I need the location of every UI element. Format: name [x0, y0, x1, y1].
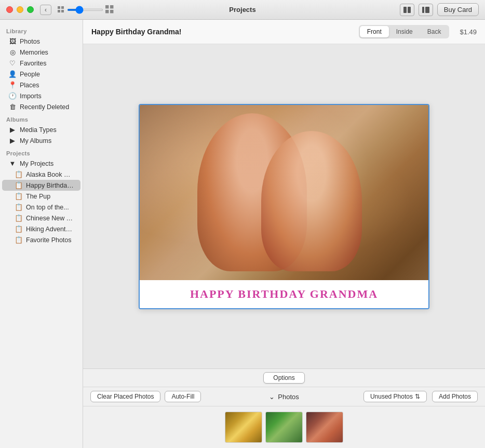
- photo-thumb-3[interactable]: [306, 412, 343, 443]
- unused-photos-button[interactable]: Unused Photos ⇅: [363, 391, 427, 402]
- albums-section-label: Albums: [0, 112, 83, 124]
- svg-rect-3: [61, 10, 64, 12]
- sidebar-item-my-albums[interactable]: ▶ My Albums: [2, 135, 80, 146]
- sidebar-label-the-pup: The Pup: [26, 193, 50, 200]
- card-bottom-text: HAPPY BIRTHDAY GRANDMA: [140, 280, 428, 308]
- grid-large-icon: [105, 5, 115, 15]
- svg-rect-2: [58, 10, 60, 12]
- bottom-panel: Options Clear Placed Photos Auto-Fill ⌄ …: [83, 368, 485, 448]
- zoom-slider[interactable]: [67, 9, 103, 11]
- chevron-down-icon: ⌄: [269, 393, 275, 401]
- svg-rect-8: [403, 7, 407, 13]
- sidebar-label-alaska-book: Alaska Book Pr...: [26, 171, 74, 178]
- trash-icon: 🗑: [8, 103, 17, 111]
- people-icon: 👤: [8, 70, 17, 78]
- sidebar-label-memories: Memories: [20, 49, 48, 56]
- add-photos-button[interactable]: Add Photos: [432, 391, 478, 402]
- svg-rect-9: [408, 7, 411, 13]
- svg-rect-7: [110, 10, 113, 13]
- unused-photos-label: Unused Photos: [370, 393, 413, 400]
- photos-label-container: ⌄ Photos: [269, 393, 299, 401]
- sidebar-item-memories[interactable]: ◎ Memories: [2, 47, 80, 58]
- photos-icon: 🖼: [8, 37, 17, 45]
- columns-icon: [403, 7, 411, 13]
- tab-inside[interactable]: Inside: [389, 26, 420, 37]
- places-icon: 📍: [8, 81, 17, 89]
- sidebar-item-on-top-of[interactable]: 📋 On top of the...: [2, 202, 80, 213]
- svg-rect-0: [58, 6, 60, 9]
- sidebar-item-the-pup[interactable]: 📋 The Pup: [2, 191, 80, 202]
- sidebar-item-favorites[interactable]: ♡ Favorites: [2, 58, 80, 69]
- window-controls: [6, 6, 34, 13]
- tab-back[interactable]: Back: [420, 26, 449, 37]
- sidebar-label-my-projects: My Projects: [20, 160, 53, 167]
- the-pup-icon: 📋: [15, 192, 23, 200]
- projects-section-label: Projects: [0, 146, 83, 158]
- card-canvas: HAPPY BIRTHDAY GRANDMA: [83, 44, 485, 368]
- sort-arrows-icon: ⇅: [415, 393, 420, 400]
- hiking-adventure-icon: 📋: [15, 225, 23, 233]
- sidebar-item-places[interactable]: 📍 Places: [2, 80, 80, 90]
- content-area: Happy Birthday Grandma! Front Inside Bac…: [83, 20, 485, 448]
- clear-placed-photos-button[interactable]: Clear Placed Photos: [90, 391, 160, 402]
- sidebar-item-chinese-new[interactable]: 📋 Chinese New Y...: [2, 213, 80, 223]
- chinese-new-icon: 📋: [15, 214, 23, 222]
- titlebar-right: Buy Card: [400, 3, 479, 16]
- sidebar-toggle-button[interactable]: [419, 4, 433, 16]
- photos-label-text: Photos: [278, 393, 299, 401]
- alaska-book-icon: 📋: [15, 170, 23, 178]
- sidebar-item-media-types[interactable]: ▶ Media Types: [2, 124, 80, 135]
- grid-small-icon: [58, 6, 65, 14]
- options-bar: Options: [83, 369, 485, 387]
- sidebar-label-my-albums: My Albums: [20, 137, 51, 144]
- sidebar-item-hiking-adventure[interactable]: 📋 Hiking Adventure: [2, 223, 80, 234]
- happy-birthday-icon: 📋: [15, 181, 23, 189]
- sidebar-label-happy-birthday: Happy Birthday...: [26, 182, 74, 189]
- sidebar-item-favorite-photos[interactable]: 📋 Favorite Photos: [2, 234, 80, 245]
- card-price: $1.49: [449, 28, 477, 36]
- card-photo[interactable]: [140, 105, 428, 280]
- back-button[interactable]: ‹: [40, 5, 51, 15]
- card-preview: HAPPY BIRTHDAY GRANDMA: [139, 104, 429, 309]
- sidebar-label-imports: Imports: [20, 93, 42, 100]
- card-header: Happy Birthday Grandma! Front Inside Bac…: [83, 20, 485, 44]
- library-section-label: Library: [0, 24, 83, 36]
- sidebar-label-chinese-new: Chinese New Y...: [26, 215, 74, 222]
- sidebar-item-alaska-book[interactable]: 📋 Alaska Book Pr...: [2, 169, 80, 180]
- zoom-slider-container: [58, 5, 115, 15]
- sidebar-item-my-projects[interactable]: ▼ My Projects: [2, 158, 80, 169]
- favorite-photos-icon: 📋: [15, 236, 23, 244]
- sidebar-item-photos[interactable]: 🖼 Photos: [2, 36, 80, 47]
- photo-thumb-2[interactable]: [265, 412, 303, 443]
- card-title: Happy Birthday Grandma!: [91, 28, 359, 36]
- sidebar-label-on-top-of: On top of the...: [26, 204, 69, 211]
- sidebar-label-hiking-adventure: Hiking Adventure: [26, 226, 74, 233]
- sidebar-item-people[interactable]: 👤 People: [2, 69, 80, 80]
- minimize-button[interactable]: [17, 6, 23, 13]
- sidebar-item-happy-birthday[interactable]: 📋 Happy Birthday...: [2, 180, 80, 191]
- sidebar-item-imports[interactable]: 🕐 Imports: [2, 90, 80, 101]
- tab-front[interactable]: Front: [360, 26, 389, 37]
- card-greeting-text: HAPPY BIRTHDAY GRANDMA: [190, 287, 378, 300]
- svg-rect-5: [110, 5, 113, 8]
- svg-rect-4: [105, 5, 109, 8]
- maximize-button[interactable]: [27, 6, 34, 13]
- my-projects-toggle-icon: ▼: [8, 160, 17, 167]
- options-button[interactable]: Options: [263, 372, 304, 384]
- close-button[interactable]: [6, 6, 13, 13]
- navigation: ‹: [40, 5, 51, 15]
- photo-figure-right: [261, 131, 362, 271]
- sidebar-label-favorites: Favorites: [20, 60, 46, 67]
- photo-thumb-1[interactable]: [225, 412, 262, 443]
- sidebar-label-recently-deleted: Recently Deleted: [20, 103, 69, 111]
- buy-card-button[interactable]: Buy Card: [437, 3, 479, 16]
- window-title: Projects: [229, 6, 255, 14]
- sidebar-label-favorite-photos: Favorite Photos: [26, 236, 72, 244]
- sidebar-label-people: People: [20, 71, 40, 78]
- sidebar: Library 🖼 Photos ◎ Memories ♡ Favorites …: [0, 20, 83, 448]
- view-toggle-button[interactable]: [400, 4, 414, 16]
- sidebar-item-recently-deleted[interactable]: 🗑 Recently Deleted: [2, 101, 80, 112]
- svg-rect-6: [105, 10, 109, 13]
- photos-toolbar: Clear Placed Photos Auto-Fill ⌄ Photos U…: [83, 387, 485, 406]
- autofill-button[interactable]: Auto-Fill: [165, 391, 201, 402]
